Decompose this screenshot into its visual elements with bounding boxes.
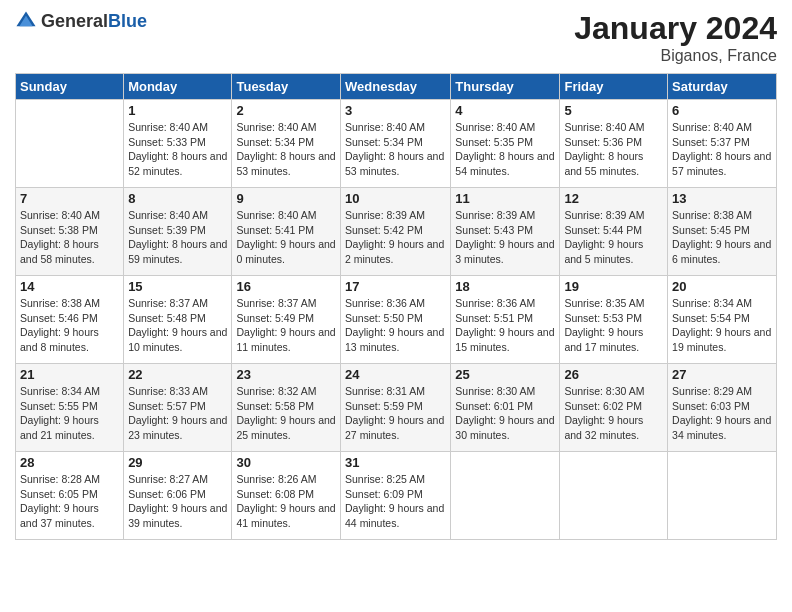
daylight-text: Daylight: 9 hours and 2 minutes.: [345, 237, 446, 266]
sunrise-text: Sunrise: 8:35 AM: [564, 296, 663, 311]
sunrise-text: Sunrise: 8:27 AM: [128, 472, 227, 487]
day-cell: 8 Sunrise: 8:40 AM Sunset: 5:39 PM Dayli…: [124, 188, 232, 276]
sunset-text: Sunset: 5:50 PM: [345, 311, 446, 326]
daylight-text: Daylight: 9 hours and 13 minutes.: [345, 325, 446, 354]
day-info: Sunrise: 8:34 AM Sunset: 5:54 PM Dayligh…: [672, 296, 772, 355]
day-info: Sunrise: 8:39 AM Sunset: 5:44 PM Dayligh…: [564, 208, 663, 267]
day-number: 10: [345, 191, 446, 206]
day-number: 6: [672, 103, 772, 118]
sunset-text: Sunset: 5:59 PM: [345, 399, 446, 414]
sunrise-text: Sunrise: 8:25 AM: [345, 472, 446, 487]
day-number: 13: [672, 191, 772, 206]
day-info: Sunrise: 8:40 AM Sunset: 5:33 PM Dayligh…: [128, 120, 227, 179]
sunrise-text: Sunrise: 8:39 AM: [345, 208, 446, 223]
sunset-text: Sunset: 5:55 PM: [20, 399, 119, 414]
week-row-5: 28 Sunrise: 8:28 AM Sunset: 6:05 PM Dayl…: [16, 452, 777, 540]
daylight-text: Daylight: 9 hours and 32 minutes.: [564, 413, 663, 442]
day-number: 4: [455, 103, 555, 118]
day-info: Sunrise: 8:29 AM Sunset: 6:03 PM Dayligh…: [672, 384, 772, 443]
sunset-text: Sunset: 6:05 PM: [20, 487, 119, 502]
sunrise-text: Sunrise: 8:30 AM: [455, 384, 555, 399]
day-info: Sunrise: 8:36 AM Sunset: 5:51 PM Dayligh…: [455, 296, 555, 355]
day-info: Sunrise: 8:39 AM Sunset: 5:42 PM Dayligh…: [345, 208, 446, 267]
day-number: 27: [672, 367, 772, 382]
day-info: Sunrise: 8:40 AM Sunset: 5:36 PM Dayligh…: [564, 120, 663, 179]
daylight-text: Daylight: 8 hours and 52 minutes.: [128, 149, 227, 178]
day-cell: 6 Sunrise: 8:40 AM Sunset: 5:37 PM Dayli…: [668, 100, 777, 188]
sunset-text: Sunset: 5:44 PM: [564, 223, 663, 238]
daylight-text: Daylight: 9 hours and 41 minutes.: [236, 501, 336, 530]
sunrise-text: Sunrise: 8:40 AM: [345, 120, 446, 135]
day-info: Sunrise: 8:37 AM Sunset: 5:48 PM Dayligh…: [128, 296, 227, 355]
day-cell: 5 Sunrise: 8:40 AM Sunset: 5:36 PM Dayli…: [560, 100, 668, 188]
sunrise-text: Sunrise: 8:36 AM: [455, 296, 555, 311]
col-saturday: Saturday: [668, 74, 777, 100]
sunrise-text: Sunrise: 8:33 AM: [128, 384, 227, 399]
daylight-text: Daylight: 9 hours and 5 minutes.: [564, 237, 663, 266]
day-number: 3: [345, 103, 446, 118]
logo-general: General: [41, 11, 108, 31]
day-cell: 25 Sunrise: 8:30 AM Sunset: 6:01 PM Dayl…: [451, 364, 560, 452]
day-number: 17: [345, 279, 446, 294]
day-info: Sunrise: 8:40 AM Sunset: 5:35 PM Dayligh…: [455, 120, 555, 179]
day-info: Sunrise: 8:40 AM Sunset: 5:34 PM Dayligh…: [345, 120, 446, 179]
day-cell: 4 Sunrise: 8:40 AM Sunset: 5:35 PM Dayli…: [451, 100, 560, 188]
day-info: Sunrise: 8:38 AM Sunset: 5:45 PM Dayligh…: [672, 208, 772, 267]
sunrise-text: Sunrise: 8:31 AM: [345, 384, 446, 399]
day-cell: 28 Sunrise: 8:28 AM Sunset: 6:05 PM Dayl…: [16, 452, 124, 540]
daylight-text: Daylight: 9 hours and 44 minutes.: [345, 501, 446, 530]
day-cell: 12 Sunrise: 8:39 AM Sunset: 5:44 PM Dayl…: [560, 188, 668, 276]
day-number: 24: [345, 367, 446, 382]
daylight-text: Daylight: 8 hours and 55 minutes.: [564, 149, 663, 178]
day-info: Sunrise: 8:32 AM Sunset: 5:58 PM Dayligh…: [236, 384, 336, 443]
sunset-text: Sunset: 5:53 PM: [564, 311, 663, 326]
day-cell: 22 Sunrise: 8:33 AM Sunset: 5:57 PM Dayl…: [124, 364, 232, 452]
sunset-text: Sunset: 5:36 PM: [564, 135, 663, 150]
day-cell: 16 Sunrise: 8:37 AM Sunset: 5:49 PM Dayl…: [232, 276, 341, 364]
day-cell: 27 Sunrise: 8:29 AM Sunset: 6:03 PM Dayl…: [668, 364, 777, 452]
daylight-text: Daylight: 8 hours and 53 minutes.: [236, 149, 336, 178]
day-cell: 2 Sunrise: 8:40 AM Sunset: 5:34 PM Dayli…: [232, 100, 341, 188]
daylight-text: Daylight: 9 hours and 39 minutes.: [128, 501, 227, 530]
sunset-text: Sunset: 5:46 PM: [20, 311, 119, 326]
day-number: 15: [128, 279, 227, 294]
sunrise-text: Sunrise: 8:37 AM: [128, 296, 227, 311]
day-info: Sunrise: 8:40 AM Sunset: 5:37 PM Dayligh…: [672, 120, 772, 179]
sunrise-text: Sunrise: 8:28 AM: [20, 472, 119, 487]
day-info: Sunrise: 8:40 AM Sunset: 5:39 PM Dayligh…: [128, 208, 227, 267]
sunset-text: Sunset: 5:43 PM: [455, 223, 555, 238]
day-info: Sunrise: 8:31 AM Sunset: 5:59 PM Dayligh…: [345, 384, 446, 443]
day-number: 9: [236, 191, 336, 206]
day-number: 12: [564, 191, 663, 206]
sunset-text: Sunset: 5:45 PM: [672, 223, 772, 238]
daylight-text: Daylight: 9 hours and 3 minutes.: [455, 237, 555, 266]
day-number: 18: [455, 279, 555, 294]
day-info: Sunrise: 8:33 AM Sunset: 5:57 PM Dayligh…: [128, 384, 227, 443]
sunset-text: Sunset: 5:41 PM: [236, 223, 336, 238]
week-row-3: 14 Sunrise: 8:38 AM Sunset: 5:46 PM Dayl…: [16, 276, 777, 364]
daylight-text: Daylight: 9 hours and 37 minutes.: [20, 501, 119, 530]
daylight-text: Daylight: 8 hours and 58 minutes.: [20, 237, 119, 266]
sunset-text: Sunset: 5:49 PM: [236, 311, 336, 326]
day-cell: [668, 452, 777, 540]
daylight-text: Daylight: 9 hours and 30 minutes.: [455, 413, 555, 442]
sunrise-text: Sunrise: 8:34 AM: [672, 296, 772, 311]
col-friday: Friday: [560, 74, 668, 100]
page-container: GeneralBlue January 2024 Biganos, France…: [0, 0, 792, 612]
sunrise-text: Sunrise: 8:40 AM: [672, 120, 772, 135]
week-row-1: 1 Sunrise: 8:40 AM Sunset: 5:33 PM Dayli…: [16, 100, 777, 188]
daylight-text: Daylight: 9 hours and 10 minutes.: [128, 325, 227, 354]
col-tuesday: Tuesday: [232, 74, 341, 100]
daylight-text: Daylight: 8 hours and 59 minutes.: [128, 237, 227, 266]
day-cell: 1 Sunrise: 8:40 AM Sunset: 5:33 PM Dayli…: [124, 100, 232, 188]
sunrise-text: Sunrise: 8:39 AM: [455, 208, 555, 223]
day-number: 22: [128, 367, 227, 382]
sunrise-text: Sunrise: 8:40 AM: [128, 208, 227, 223]
col-sunday: Sunday: [16, 74, 124, 100]
day-cell: 17 Sunrise: 8:36 AM Sunset: 5:50 PM Dayl…: [341, 276, 451, 364]
day-number: 23: [236, 367, 336, 382]
daylight-text: Daylight: 9 hours and 23 minutes.: [128, 413, 227, 442]
page-header: GeneralBlue January 2024 Biganos, France: [15, 10, 777, 65]
sunset-text: Sunset: 6:06 PM: [128, 487, 227, 502]
sunset-text: Sunset: 5:37 PM: [672, 135, 772, 150]
